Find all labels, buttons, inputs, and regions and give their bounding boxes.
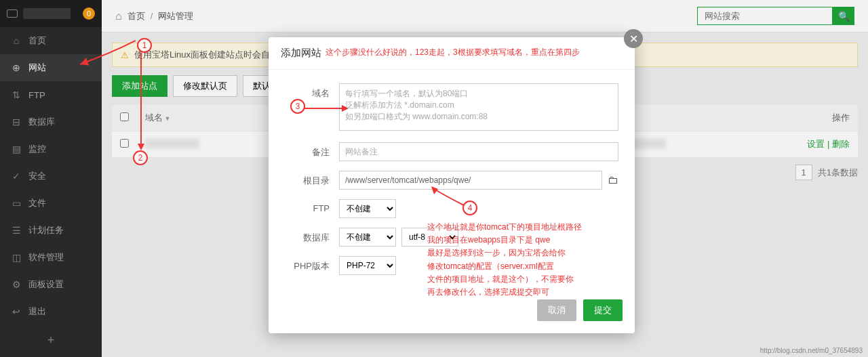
footer-source-url: http://blog.csdn.net/m0_37654893 [760, 347, 863, 354]
modal-close-button[interactable]: ✕ [624, 29, 643, 48]
root-path-input[interactable] [339, 171, 602, 190]
folder-icon: 🗀 [608, 174, 618, 186]
label-domain: 域名 [285, 83, 339, 100]
ftp-select[interactable]: 不创建 [339, 199, 396, 218]
submit-button[interactable]: 提交 [583, 299, 623, 321]
label-db: 数据库 [285, 228, 339, 244]
label-php: PHP版本 [285, 256, 339, 272]
domain-textarea[interactable] [339, 83, 618, 131]
label-note: 备注 [285, 142, 339, 159]
browse-folder-button[interactable]: 🗀 [608, 174, 618, 186]
close-icon: ✕ [629, 33, 638, 45]
php-select[interactable]: PHP-72 [339, 256, 396, 275]
note-input[interactable] [339, 142, 618, 161]
db-select[interactable]: 不创建 [339, 228, 396, 247]
label-ftp: FTP [285, 199, 339, 213]
label-root: 根目录 [285, 171, 339, 187]
modal-title: 添加网站 [269, 37, 635, 70]
charset-select[interactable]: utf-8 [401, 228, 458, 247]
add-site-modal: ✕ 添加网站 域名 备注 根目录 🗀 FTP 不创建 [269, 37, 635, 333]
cancel-button[interactable]: 取消 [537, 299, 576, 321]
